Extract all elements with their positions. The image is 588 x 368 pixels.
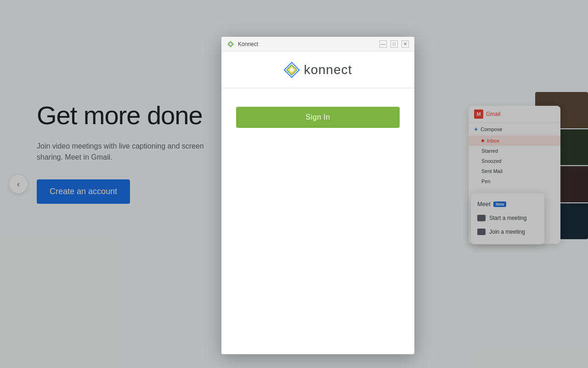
- konnect-titlebar-icon: [227, 40, 234, 48]
- modal-titlebar: Konnect — □ ✕: [221, 37, 414, 52]
- konnect-logo-icon: [283, 62, 300, 78]
- minimize-button[interactable]: —: [379, 40, 387, 48]
- konnect-logo: konnect: [283, 62, 352, 78]
- window-controls: — □ ✕: [379, 40, 409, 48]
- konnect-logo-text: konnect: [304, 63, 352, 77]
- close-button[interactable]: ✕: [401, 40, 409, 48]
- modal-body: Sign In: [221, 88, 414, 146]
- maximize-button[interactable]: □: [390, 40, 398, 48]
- modal-title: Konnect: [238, 41, 379, 47]
- konnect-modal: Konnect — □ ✕ konnect Sign In: [221, 37, 414, 354]
- modal-header-bar: konnect: [221, 52, 414, 88]
- sign-in-button[interactable]: Sign In: [236, 107, 400, 128]
